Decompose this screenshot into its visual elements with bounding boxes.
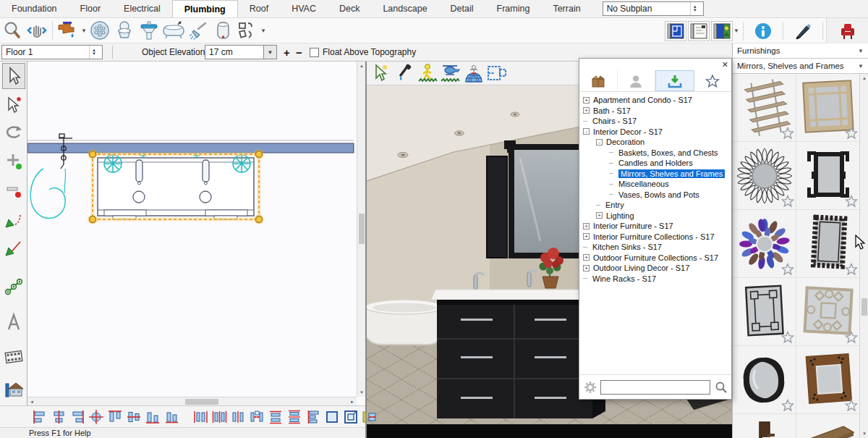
- toilet-tool-button[interactable]: [112, 19, 137, 42]
- furnishings-scrollbar[interactable]: ▲ ▼: [859, 74, 868, 438]
- sink-tool-button[interactable]: [137, 19, 161, 42]
- fly-around-button[interactable]: [439, 62, 462, 84]
- align-center-both-button[interactable]: [87, 408, 106, 426]
- tree-item-candles-holders[interactable]: Candles and Holders: [579, 158, 731, 169]
- filter-gear-icon[interactable]: [584, 381, 596, 394]
- saved-image-view-button[interactable]: [711, 21, 733, 41]
- tab-favorites[interactable]: [694, 70, 732, 91]
- place-point-tool-button[interactable]: [2, 149, 25, 175]
- saved-plan-view-button[interactable]: [665, 21, 686, 41]
- saved-sketch-view-button[interactable]: [688, 21, 710, 41]
- spin-down-icon[interactable]: ▼: [92, 52, 96, 56]
- library-browser-toggle[interactable]: [826, 18, 868, 43]
- object-elevation-input[interactable]: 17 cm: [205, 45, 264, 59]
- library-item-floating-wall-shelf[interactable]: [796, 414, 860, 438]
- elevation-decrease-button[interactable]: −: [293, 45, 305, 59]
- collapse-toggle[interactable]: -: [596, 139, 603, 146]
- plan-canvas[interactable]: [27, 62, 357, 397]
- library-item-fretwork-frame-mirror[interactable]: [796, 210, 860, 278]
- library-item-mosaic-petal-mirror[interactable]: [733, 210, 796, 278]
- distribute-center-horizontal-button[interactable]: [229, 408, 247, 426]
- orbit-camera-button[interactable]: [462, 62, 485, 84]
- library-item-ladder-shelf[interactable]: [733, 74, 796, 142]
- wall-band[interactable]: [27, 143, 354, 153]
- expand-toggle[interactable]: +: [583, 265, 590, 271]
- pen-tool-button[interactable]: [786, 20, 820, 43]
- expand-toggle[interactable]: +: [583, 223, 590, 229]
- water-heater-tool-button[interactable]: [210, 19, 235, 42]
- library-item-scalloped-oval-mirror[interactable]: [733, 346, 796, 414]
- align-stack-button[interactable]: [304, 408, 323, 426]
- faucet-dropdown-caret[interactable]: ▼: [80, 28, 88, 34]
- tab-hvac[interactable]: HVAC: [280, 0, 328, 17]
- align-center-vertical-button[interactable]: [49, 408, 68, 426]
- frame-object-button[interactable]: [341, 408, 360, 426]
- delete-point-tool-button[interactable]: [2, 177, 25, 203]
- rotate-tool-button[interactable]: [2, 120, 25, 146]
- tab-user-catalog[interactable]: [618, 70, 656, 91]
- distribute-vertical-button[interactable]: [266, 408, 285, 426]
- select-similar-tool-button[interactable]: [2, 92, 25, 118]
- favorite-star-icon[interactable]: [845, 331, 858, 344]
- tree-item-outdoor-living-decor[interactable]: +Outdoor Living Decor - S17: [579, 263, 731, 274]
- scroll-thumb[interactable]: [185, 399, 218, 405]
- align-bottom-button[interactable]: [143, 408, 162, 426]
- eyedropper-button[interactable]: [393, 62, 416, 84]
- align-right-button[interactable]: [68, 408, 87, 426]
- tab-framing[interactable]: Framing: [485, 0, 542, 17]
- distribute-horizontal-button[interactable]: [191, 408, 210, 426]
- library-item-greek-key-frame-mirror[interactable]: [796, 142, 860, 210]
- fillet-tool-button[interactable]: [2, 206, 25, 232]
- tab-roof[interactable]: Roof: [238, 0, 280, 17]
- search-icon[interactable]: [715, 381, 727, 394]
- distribute-space-horizontal-button[interactable]: [210, 408, 229, 426]
- plan-vertical-scrollbar[interactable]: ▲ ▼: [357, 62, 365, 397]
- tab-plumbing[interactable]: Plumbing: [172, 0, 238, 17]
- expand-toggle[interactable]: +: [596, 212, 603, 219]
- spin-down-icon[interactable]: ▼: [693, 9, 697, 12]
- plan-views-dropdown-caret[interactable]: ▼: [733, 28, 740, 34]
- tree-item-kitchen-sinks[interactable]: Kitchen Sinks - S17: [579, 242, 731, 253]
- walkthrough-button[interactable]: [416, 62, 439, 84]
- tree-item-wine-racks[interactable]: Wine Racks - S17: [579, 274, 731, 285]
- walkthrough-tool-button[interactable]: [2, 344, 25, 370]
- favorite-star-icon[interactable]: [845, 195, 858, 208]
- tree-item-lighting[interactable]: +Lighting: [579, 211, 731, 222]
- library-item-wood-grid-frame-mirror[interactable]: [796, 74, 860, 142]
- scroll-thumb[interactable]: [359, 214, 365, 244]
- favorite-star-icon[interactable]: [845, 263, 858, 276]
- tab-detail[interactable]: Detail: [439, 0, 485, 17]
- expand-toggle[interactable]: +: [583, 254, 590, 261]
- tree-item-miscellaneous[interactable]: Miscellaneous: [579, 179, 731, 190]
- tab-landscape[interactable]: Landscape: [371, 0, 438, 17]
- close-icon[interactable]: ✕: [722, 59, 728, 70]
- terrain-path-tool-button[interactable]: [2, 274, 25, 300]
- tree-item-interior-decor[interactable]: -Interior Decor - S17: [579, 127, 731, 138]
- subplan-spinner[interactable]: ▲▼: [690, 2, 699, 15]
- tab-deck[interactable]: Deck: [328, 0, 371, 17]
- expand-toggle[interactable]: +: [583, 107, 590, 114]
- tree-item-interior-furniture-collections[interactable]: +Interior Furniture Collections - S17: [579, 232, 731, 243]
- tree-item-apartment-and-condo[interactable]: +Apartment and Condo - S17: [579, 95, 731, 106]
- distribute-space-vertical-button[interactable]: [285, 408, 304, 426]
- subcategory-select[interactable]: Mirrors, Shelves and Frames ▼: [733, 59, 868, 74]
- resize-to-fit-button[interactable]: [360, 408, 379, 426]
- text-tool-button[interactable]: [2, 309, 25, 335]
- favorite-star-icon[interactable]: [845, 127, 858, 140]
- float-above-topography-checkbox[interactable]: [310, 48, 319, 57]
- library-item-lattice-frame-mirror[interactable]: [796, 278, 860, 346]
- cross-section-tool-button[interactable]: [2, 376, 25, 403]
- subplan-select[interactable]: No Subplan ▲▼: [603, 1, 704, 16]
- tab-floor[interactable]: Floor: [69, 0, 112, 17]
- favorite-star-icon[interactable]: [781, 127, 794, 140]
- pan-tool-button[interactable]: [25, 19, 49, 42]
- shower-tool-button[interactable]: [186, 19, 210, 42]
- library-item-sunburst-wire-mirror[interactable]: [733, 142, 796, 210]
- favorite-star-icon[interactable]: [845, 399, 858, 412]
- pipe-curve[interactable]: [30, 169, 65, 219]
- tree-item-decoration[interactable]: -Decoration: [579, 137, 731, 148]
- tree-item-chairs[interactable]: Chairs - S17: [579, 116, 731, 127]
- tab-terrain[interactable]: Terrain: [541, 0, 592, 17]
- tree-item-outdoor-furniture-collections[interactable]: +Outdoor Furniture Collections - S17: [579, 253, 731, 264]
- library-item-corner-square-frame-mirror[interactable]: [733, 278, 796, 346]
